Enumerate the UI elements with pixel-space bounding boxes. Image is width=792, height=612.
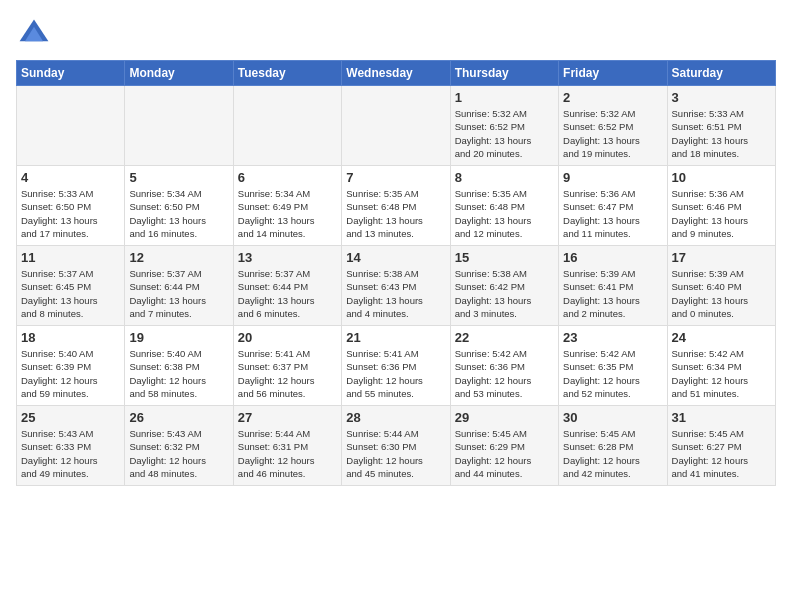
calendar-cell: 26Sunrise: 5:43 AM Sunset: 6:32 PM Dayli…: [125, 406, 233, 486]
day-info: Sunrise: 5:35 AM Sunset: 6:48 PM Dayligh…: [455, 187, 554, 240]
calendar-cell: 19Sunrise: 5:40 AM Sunset: 6:38 PM Dayli…: [125, 326, 233, 406]
day-number: 8: [455, 170, 554, 185]
calendar-cell: 2Sunrise: 5:32 AM Sunset: 6:52 PM Daylig…: [559, 86, 667, 166]
calendar-cell: 27Sunrise: 5:44 AM Sunset: 6:31 PM Dayli…: [233, 406, 341, 486]
day-number: 6: [238, 170, 337, 185]
weekday-header-sunday: Sunday: [17, 61, 125, 86]
calendar-week-1: 1Sunrise: 5:32 AM Sunset: 6:52 PM Daylig…: [17, 86, 776, 166]
calendar-cell: 16Sunrise: 5:39 AM Sunset: 6:41 PM Dayli…: [559, 246, 667, 326]
day-number: 27: [238, 410, 337, 425]
calendar-cell: 21Sunrise: 5:41 AM Sunset: 6:36 PM Dayli…: [342, 326, 450, 406]
day-number: 14: [346, 250, 445, 265]
calendar-cell: [342, 86, 450, 166]
weekday-header-tuesday: Tuesday: [233, 61, 341, 86]
day-number: 5: [129, 170, 228, 185]
day-number: 1: [455, 90, 554, 105]
logo: [16, 16, 56, 52]
day-info: Sunrise: 5:36 AM Sunset: 6:46 PM Dayligh…: [672, 187, 771, 240]
day-info: Sunrise: 5:42 AM Sunset: 6:36 PM Dayligh…: [455, 347, 554, 400]
day-info: Sunrise: 5:37 AM Sunset: 6:44 PM Dayligh…: [129, 267, 228, 320]
day-info: Sunrise: 5:32 AM Sunset: 6:52 PM Dayligh…: [563, 107, 662, 160]
calendar-cell: 24Sunrise: 5:42 AM Sunset: 6:34 PM Dayli…: [667, 326, 775, 406]
day-info: Sunrise: 5:34 AM Sunset: 6:50 PM Dayligh…: [129, 187, 228, 240]
weekday-header-saturday: Saturday: [667, 61, 775, 86]
calendar-cell: 9Sunrise: 5:36 AM Sunset: 6:47 PM Daylig…: [559, 166, 667, 246]
day-info: Sunrise: 5:42 AM Sunset: 6:34 PM Dayligh…: [672, 347, 771, 400]
weekday-row: SundayMondayTuesdayWednesdayThursdayFrid…: [17, 61, 776, 86]
day-info: Sunrise: 5:33 AM Sunset: 6:50 PM Dayligh…: [21, 187, 120, 240]
calendar-cell: 22Sunrise: 5:42 AM Sunset: 6:36 PM Dayli…: [450, 326, 558, 406]
calendar-cell: 29Sunrise: 5:45 AM Sunset: 6:29 PM Dayli…: [450, 406, 558, 486]
day-info: Sunrise: 5:44 AM Sunset: 6:31 PM Dayligh…: [238, 427, 337, 480]
day-info: Sunrise: 5:40 AM Sunset: 6:39 PM Dayligh…: [21, 347, 120, 400]
day-number: 15: [455, 250, 554, 265]
day-info: Sunrise: 5:41 AM Sunset: 6:37 PM Dayligh…: [238, 347, 337, 400]
day-number: 10: [672, 170, 771, 185]
calendar-cell: 4Sunrise: 5:33 AM Sunset: 6:50 PM Daylig…: [17, 166, 125, 246]
day-info: Sunrise: 5:39 AM Sunset: 6:40 PM Dayligh…: [672, 267, 771, 320]
day-info: Sunrise: 5:42 AM Sunset: 6:35 PM Dayligh…: [563, 347, 662, 400]
day-number: 30: [563, 410, 662, 425]
day-number: 18: [21, 330, 120, 345]
calendar-cell: 20Sunrise: 5:41 AM Sunset: 6:37 PM Dayli…: [233, 326, 341, 406]
day-number: 26: [129, 410, 228, 425]
calendar-week-4: 18Sunrise: 5:40 AM Sunset: 6:39 PM Dayli…: [17, 326, 776, 406]
calendar-week-5: 25Sunrise: 5:43 AM Sunset: 6:33 PM Dayli…: [17, 406, 776, 486]
calendar-cell: 11Sunrise: 5:37 AM Sunset: 6:45 PM Dayli…: [17, 246, 125, 326]
day-number: 25: [21, 410, 120, 425]
day-info: Sunrise: 5:35 AM Sunset: 6:48 PM Dayligh…: [346, 187, 445, 240]
calendar-cell: 10Sunrise: 5:36 AM Sunset: 6:46 PM Dayli…: [667, 166, 775, 246]
calendar-cell: 15Sunrise: 5:38 AM Sunset: 6:42 PM Dayli…: [450, 246, 558, 326]
day-info: Sunrise: 5:37 AM Sunset: 6:44 PM Dayligh…: [238, 267, 337, 320]
calendar-cell: 8Sunrise: 5:35 AM Sunset: 6:48 PM Daylig…: [450, 166, 558, 246]
calendar-cell: 12Sunrise: 5:37 AM Sunset: 6:44 PM Dayli…: [125, 246, 233, 326]
calendar-cell: 5Sunrise: 5:34 AM Sunset: 6:50 PM Daylig…: [125, 166, 233, 246]
calendar-cell: 31Sunrise: 5:45 AM Sunset: 6:27 PM Dayli…: [667, 406, 775, 486]
day-number: 11: [21, 250, 120, 265]
day-number: 28: [346, 410, 445, 425]
calendar-table: SundayMondayTuesdayWednesdayThursdayFrid…: [16, 60, 776, 486]
day-number: 19: [129, 330, 228, 345]
calendar-cell: 23Sunrise: 5:42 AM Sunset: 6:35 PM Dayli…: [559, 326, 667, 406]
day-number: 23: [563, 330, 662, 345]
day-number: 17: [672, 250, 771, 265]
calendar-cell: 1Sunrise: 5:32 AM Sunset: 6:52 PM Daylig…: [450, 86, 558, 166]
day-number: 24: [672, 330, 771, 345]
day-info: Sunrise: 5:38 AM Sunset: 6:42 PM Dayligh…: [455, 267, 554, 320]
page-header: [16, 16, 776, 52]
day-info: Sunrise: 5:38 AM Sunset: 6:43 PM Dayligh…: [346, 267, 445, 320]
day-info: Sunrise: 5:45 AM Sunset: 6:29 PM Dayligh…: [455, 427, 554, 480]
logo-icon: [16, 16, 52, 52]
calendar-cell: 25Sunrise: 5:43 AM Sunset: 6:33 PM Dayli…: [17, 406, 125, 486]
calendar-week-3: 11Sunrise: 5:37 AM Sunset: 6:45 PM Dayli…: [17, 246, 776, 326]
day-number: 16: [563, 250, 662, 265]
day-info: Sunrise: 5:36 AM Sunset: 6:47 PM Dayligh…: [563, 187, 662, 240]
calendar-cell: 17Sunrise: 5:39 AM Sunset: 6:40 PM Dayli…: [667, 246, 775, 326]
calendar-week-2: 4Sunrise: 5:33 AM Sunset: 6:50 PM Daylig…: [17, 166, 776, 246]
day-info: Sunrise: 5:34 AM Sunset: 6:49 PM Dayligh…: [238, 187, 337, 240]
day-number: 29: [455, 410, 554, 425]
calendar-cell: 3Sunrise: 5:33 AM Sunset: 6:51 PM Daylig…: [667, 86, 775, 166]
day-info: Sunrise: 5:44 AM Sunset: 6:30 PM Dayligh…: [346, 427, 445, 480]
weekday-header-wednesday: Wednesday: [342, 61, 450, 86]
calendar-cell: 6Sunrise: 5:34 AM Sunset: 6:49 PM Daylig…: [233, 166, 341, 246]
day-number: 3: [672, 90, 771, 105]
calendar-cell: [233, 86, 341, 166]
calendar-cell: 28Sunrise: 5:44 AM Sunset: 6:30 PM Dayli…: [342, 406, 450, 486]
weekday-header-friday: Friday: [559, 61, 667, 86]
calendar-header: SundayMondayTuesdayWednesdayThursdayFrid…: [17, 61, 776, 86]
calendar-cell: 7Sunrise: 5:35 AM Sunset: 6:48 PM Daylig…: [342, 166, 450, 246]
day-info: Sunrise: 5:45 AM Sunset: 6:28 PM Dayligh…: [563, 427, 662, 480]
weekday-header-monday: Monday: [125, 61, 233, 86]
day-info: Sunrise: 5:40 AM Sunset: 6:38 PM Dayligh…: [129, 347, 228, 400]
day-number: 12: [129, 250, 228, 265]
calendar-cell: 14Sunrise: 5:38 AM Sunset: 6:43 PM Dayli…: [342, 246, 450, 326]
calendar-cell: 30Sunrise: 5:45 AM Sunset: 6:28 PM Dayli…: [559, 406, 667, 486]
day-info: Sunrise: 5:39 AM Sunset: 6:41 PM Dayligh…: [563, 267, 662, 320]
calendar-body: 1Sunrise: 5:32 AM Sunset: 6:52 PM Daylig…: [17, 86, 776, 486]
day-info: Sunrise: 5:43 AM Sunset: 6:33 PM Dayligh…: [21, 427, 120, 480]
day-number: 4: [21, 170, 120, 185]
day-info: Sunrise: 5:33 AM Sunset: 6:51 PM Dayligh…: [672, 107, 771, 160]
day-info: Sunrise: 5:32 AM Sunset: 6:52 PM Dayligh…: [455, 107, 554, 160]
day-info: Sunrise: 5:41 AM Sunset: 6:36 PM Dayligh…: [346, 347, 445, 400]
